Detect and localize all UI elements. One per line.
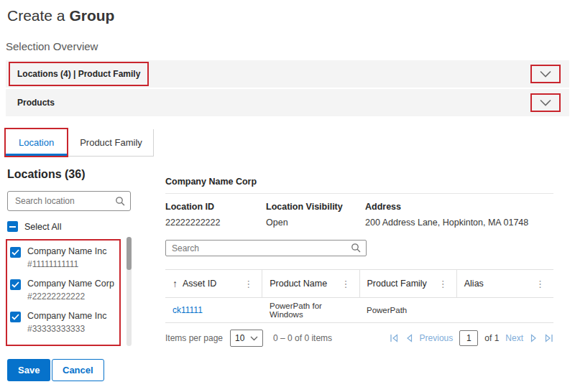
accordion-locations-toggle[interactable] (532, 66, 559, 82)
location-list: Company Name Inc #11111111111 Company Na… (7, 241, 119, 345)
column-label: Product Family (367, 279, 427, 289)
scrollbar-thumb[interactable] (126, 237, 132, 270)
first-page-icon[interactable] (390, 334, 399, 342)
accordion-products-label: Products (17, 98, 55, 108)
asset-id-link[interactable]: ck11111 (165, 305, 262, 315)
location-name: Company Name Inc (27, 311, 106, 321)
asset-search (165, 240, 367, 256)
items-per-page-label: Items per page (165, 333, 223, 343)
tab-location[interactable]: Location (6, 129, 67, 156)
page-title-prefix: Create a (7, 7, 65, 24)
location-checkbox[interactable] (10, 247, 21, 258)
accordion-products-header[interactable]: Products (6, 89, 569, 116)
accordion-locations-header[interactable]: Locations (4) | Product Family (6, 60, 569, 88)
sort-ascending-icon[interactable]: ↑ (172, 278, 178, 289)
locations-heading: Locations (36) (7, 168, 160, 181)
location-detail-fields: Location ID 22222222222 Location Visibil… (165, 202, 553, 228)
pagination-bar: Items per page 10 0 – 0 of 0 items Previ… (165, 330, 553, 347)
page-of-text: of 1 (484, 333, 499, 343)
kebab-menu-icon[interactable]: ⋮ (437, 279, 449, 289)
chevron-down-icon (250, 336, 258, 341)
previous-page-icon[interactable] (405, 334, 413, 342)
accordion-locations-label: Locations (4) | Product Family (10, 63, 147, 85)
page-title-emphasis: Group (69, 7, 114, 24)
location-id: #33333333333 (27, 324, 106, 334)
check-icon (12, 314, 19, 320)
field-label: Address (365, 202, 553, 212)
list-item[interactable]: Company Name Corp #22222222222 (10, 279, 116, 302)
location-detail-panel: Company Name Corp Location ID 2222222222… (165, 177, 553, 347)
asset-search-input[interactable] (165, 240, 367, 256)
page-number-input[interactable] (459, 330, 478, 346)
location-name: Company Name Inc (27, 246, 106, 256)
previous-page-button[interactable]: Previous (420, 333, 454, 343)
location-id: #22222222222 (27, 291, 114, 302)
field-value: 22222222222 (165, 218, 266, 228)
field-location-visibility: Location Visibility Open (266, 202, 365, 228)
location-name: Company Name Corp (27, 279, 114, 289)
company-name-heading: Company Name Corp (165, 177, 553, 194)
search-icon (351, 243, 361, 256)
next-page-button[interactable]: Next (505, 333, 523, 343)
items-range-text: 0 – 0 of 0 items (273, 333, 332, 343)
check-icon (12, 281, 19, 288)
field-address: Address 200 Address Lane, Hopkinton, MA … (365, 202, 553, 228)
check-icon (12, 249, 19, 256)
chevron-down-icon (539, 99, 552, 106)
location-search (7, 191, 131, 211)
location-checkbox[interactable] (10, 279, 21, 290)
kebab-menu-icon[interactable]: ⋮ (534, 279, 546, 289)
pager-controls: Previous of 1 Next (390, 330, 553, 346)
items-per-page-select[interactable]: 10 (230, 330, 263, 347)
tab-bar: Location Product Family (6, 129, 154, 157)
field-label: Location ID (165, 202, 266, 212)
select-all-label: Select All (24, 222, 61, 232)
locations-panel: Locations (36) Select All Company Name I… (7, 168, 160, 345)
kebab-menu-icon[interactable]: ⋮ (340, 279, 352, 289)
chevron-down-icon (539, 70, 552, 78)
assets-table: ↑ Asset ID ⋮ Product Name ⋮ Product Fami… (165, 269, 553, 323)
save-button[interactable]: Save (7, 359, 50, 381)
select-all-row: Select All (7, 221, 160, 232)
field-label: Location Visibility (266, 202, 365, 212)
indeterminate-icon (9, 226, 16, 228)
kebab-menu-icon[interactable]: ⋮ (242, 279, 254, 289)
location-id: #11111111111 (27, 259, 106, 269)
location-search-input[interactable] (7, 191, 131, 211)
table-header-row: ↑ Asset ID ⋮ Product Name ⋮ Product Fami… (165, 269, 553, 298)
last-page-icon[interactable] (544, 334, 553, 342)
list-item[interactable]: Company Name Inc #11111111111 (10, 246, 116, 269)
field-value: 200 Address Lane, Hopkinton, MA 01748 (365, 218, 553, 228)
table-row: ck11111 PowerPath for Windows PowerPath (165, 298, 553, 323)
field-value: Open (266, 218, 365, 228)
create-group-page: Create a Group Selection Overview Locati… (0, 0, 575, 392)
column-header-product-name[interactable]: Product Name ⋮ (262, 270, 359, 297)
column-label: Alias (464, 279, 484, 289)
list-item[interactable]: Company Name Inc #33333333333 (10, 311, 116, 334)
column-label: Asset ID (183, 279, 216, 289)
search-icon (115, 196, 125, 209)
product-family-cell: PowerPath (359, 306, 456, 314)
selection-overview-heading: Selection Overview (6, 40, 98, 52)
cancel-button[interactable]: Cancel (52, 359, 104, 381)
scrollbar[interactable] (126, 237, 132, 346)
page-title: Create a Group (7, 7, 114, 24)
accordion-products-toggle[interactable] (532, 95, 559, 111)
field-location-id: Location ID 22222222222 (165, 202, 266, 228)
next-page-icon[interactable] (530, 334, 538, 342)
column-header-product-family[interactable]: Product Family ⋮ (360, 270, 457, 297)
column-header-asset-id[interactable]: ↑ Asset ID ⋮ (165, 270, 262, 297)
column-header-alias[interactable]: Alias ⋮ (457, 270, 553, 297)
select-all-checkbox[interactable] (7, 221, 18, 232)
column-label: Product Name (270, 279, 327, 289)
location-checkbox[interactable] (10, 312, 21, 322)
items-per-page-value: 10 (235, 333, 244, 343)
tab-product-family[interactable]: Product Family (67, 129, 155, 156)
product-name-cell: PowerPath for Windows (262, 302, 359, 319)
